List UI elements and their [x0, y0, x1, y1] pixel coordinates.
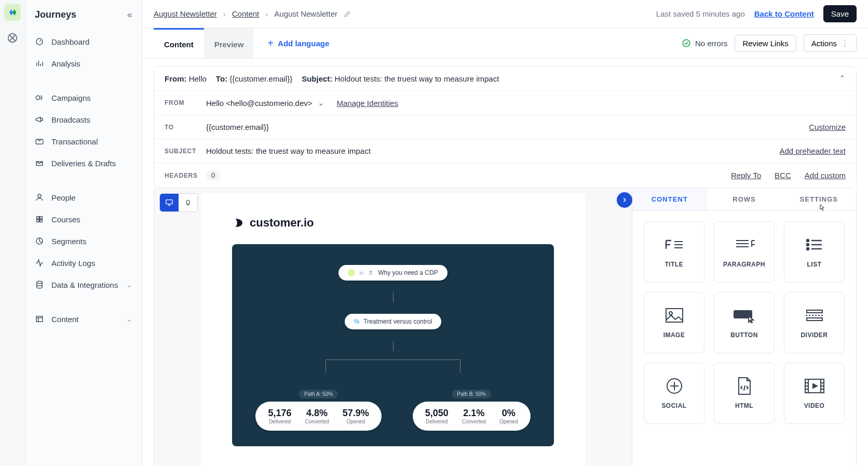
tab-content[interactable]: Content: [154, 28, 204, 58]
panel-toggle-button[interactable]: [617, 192, 632, 208]
sidebar-item-analysis[interactable]: Analysis: [25, 52, 142, 74]
logo-icon[interactable]: [4, 4, 21, 21]
email-canvas[interactable]: customer.io inWhy you need a CDP %Treatm…: [201, 193, 585, 466]
sidebar-item-segments[interactable]: Segments: [25, 230, 142, 252]
chevron-down-icon: ⌄: [126, 315, 132, 323]
block-paragraph[interactable]: PARAGRAPH: [714, 221, 775, 283]
block-social[interactable]: SOCIAL: [644, 363, 704, 424]
secondary-app-icon[interactable]: [7, 32, 18, 44]
svg-rect-3: [36, 139, 43, 144]
rtab-rows[interactable]: ROWS: [707, 188, 782, 210]
sidebar-item-deliveries[interactable]: Deliveries & Drafts: [25, 152, 142, 174]
block-title[interactable]: TITLE: [644, 221, 704, 283]
chevron-right-icon: ›: [223, 9, 226, 18]
svg-point-2: [36, 96, 40, 100]
reply-to-link[interactable]: Reply To: [731, 171, 761, 180]
breadcrumb-link[interactable]: Content: [232, 9, 260, 18]
svg-rect-6: [40, 217, 43, 219]
device-desktop-button[interactable]: [160, 194, 179, 211]
sidebar-item-courses[interactable]: Courses: [25, 208, 142, 230]
sidebar-item-label: Broadcasts: [51, 115, 90, 124]
add-language-button[interactable]: +Add language: [267, 37, 329, 49]
topbar: August Newsletter › Content › August New…: [142, 0, 868, 28]
sidebar-item-label: People: [51, 193, 76, 202]
save-button[interactable]: Save: [823, 5, 857, 22]
sidebar-item-broadcasts[interactable]: Broadcasts: [25, 109, 142, 130]
path-a-badge: Path A: 50%: [299, 390, 338, 398]
svg-rect-11: [36, 316, 43, 322]
subject-row: SUBJECT Holdout tests: the truest way to…: [154, 139, 856, 163]
email-meta-card: From: Hello To: {{customer.email}} Subje…: [154, 66, 857, 188]
sidebar-item-campaigns[interactable]: Campaigns: [25, 87, 142, 109]
sidebar-item-dashboard[interactable]: Dashboard: [25, 31, 142, 52]
breadcrumb-link[interactable]: August Newsletter: [154, 9, 217, 18]
chevron-up-icon[interactable]: ⌃: [839, 74, 846, 83]
add-custom-header-link[interactable]: Add custom: [805, 171, 846, 180]
edit-icon[interactable]: [344, 10, 351, 18]
block-list[interactable]: LIST: [784, 221, 845, 283]
actions-button[interactable]: Actions⋮: [804, 34, 857, 52]
right-panel: CONTENT ROWS SETTINGS TITLE PARAGRAPH LI…: [632, 188, 856, 466]
app-rail: [0, 0, 25, 466]
block-html[interactable]: HTML: [714, 363, 775, 424]
tab-preview[interactable]: Preview: [204, 28, 254, 58]
add-preheader-link[interactable]: Add preheader text: [779, 147, 846, 155]
svg-point-4: [38, 194, 41, 197]
hero-node: %Treatment versus control: [345, 314, 442, 329]
svg-point-16: [370, 271, 372, 273]
sidebar-item-label: Courses: [51, 215, 80, 224]
rtab-settings[interactable]: SETTINGS: [781, 188, 856, 210]
sidebar-item-people[interactable]: People: [25, 187, 142, 208]
manage-identities-link[interactable]: Manage Identities: [337, 99, 398, 108]
sidebar-item-content[interactable]: Content⌄: [25, 308, 142, 330]
path-b-badge: Path B: 50%: [452, 390, 491, 398]
svg-rect-8: [40, 220, 43, 222]
sidebar-item-label: Deliveries & Drafts: [51, 159, 116, 168]
block-image[interactable]: IMAGE: [644, 292, 704, 353]
collapse-sidebar-icon[interactable]: «: [127, 9, 132, 20]
to-value[interactable]: {{customer.email}}: [206, 123, 269, 131]
customize-to-link[interactable]: Customize: [809, 123, 846, 131]
sidebar-item-label: Activity Logs: [51, 259, 95, 268]
svg-point-21: [669, 312, 672, 315]
sidebar-item-label: Data & Integrations: [51, 281, 118, 289]
block-button[interactable]: BUTTON: [714, 292, 775, 353]
breadcrumb-current: August Newsletter: [274, 9, 337, 18]
headers-count: 0: [206, 170, 220, 180]
svg-rect-24: [807, 318, 822, 321]
svg-rect-5: [37, 217, 39, 219]
subject-value[interactable]: Holdout tests: the truest way to measure…: [206, 147, 371, 155]
svg-point-17: [807, 239, 809, 242]
editor-row: customer.io inWhy you need a CDP %Treatm…: [154, 188, 857, 466]
from-identity-select[interactable]: Hello <hello@customerio.dev>⌄: [206, 98, 324, 108]
svg-rect-13: [166, 200, 172, 204]
from-row: FROM Hello <hello@customerio.dev>⌄ Manag…: [154, 91, 856, 115]
dots-icon: ⋮: [841, 38, 849, 48]
block-divider[interactable]: DIVIDER: [784, 292, 845, 353]
sidebar-item-transactional[interactable]: Transactional: [25, 130, 142, 152]
sidebar-item-label: Dashboard: [51, 37, 89, 46]
stats-a: 5,176Delivered 4.8%Converted 57.9%Opened: [255, 402, 381, 431]
device-mobile-button[interactable]: [179, 194, 197, 211]
sidebar-item-data[interactable]: Data & Integrations⌄: [25, 274, 142, 296]
to-row: TO {{customer.email}} Customize: [154, 115, 856, 139]
hero-image: inWhy you need a CDP %Treatment versus c…: [232, 244, 554, 446]
check-circle-icon: [682, 38, 691, 48]
back-to-content-link[interactable]: Back to Content: [754, 9, 814, 18]
sidebar-item-label: Content: [51, 315, 79, 324]
canvas-wrap: customer.io inWhy you need a CDP %Treatm…: [154, 188, 632, 466]
svg-point-12: [683, 39, 690, 47]
chevron-down-icon: ⌄: [126, 281, 132, 289]
review-links-button[interactable]: Review Links: [735, 35, 796, 52]
headers-row: HEADERS 0 Reply To BCC Add custom: [154, 163, 856, 188]
bcc-link[interactable]: BCC: [775, 171, 791, 180]
cursor-icon: [819, 203, 826, 212]
email-summary-row[interactable]: From: Hello To: {{customer.email}} Subje…: [154, 66, 856, 91]
rtab-content[interactable]: CONTENT: [632, 188, 707, 210]
block-video[interactable]: VIDEO: [784, 363, 845, 424]
no-errors-indicator: No errors: [682, 38, 728, 48]
svg-rect-7: [37, 220, 39, 222]
sidebar-item-activity[interactable]: Activity Logs: [25, 252, 142, 274]
chevron-right-icon: ›: [265, 9, 268, 18]
sidebar-item-label: Analysis: [51, 59, 80, 68]
